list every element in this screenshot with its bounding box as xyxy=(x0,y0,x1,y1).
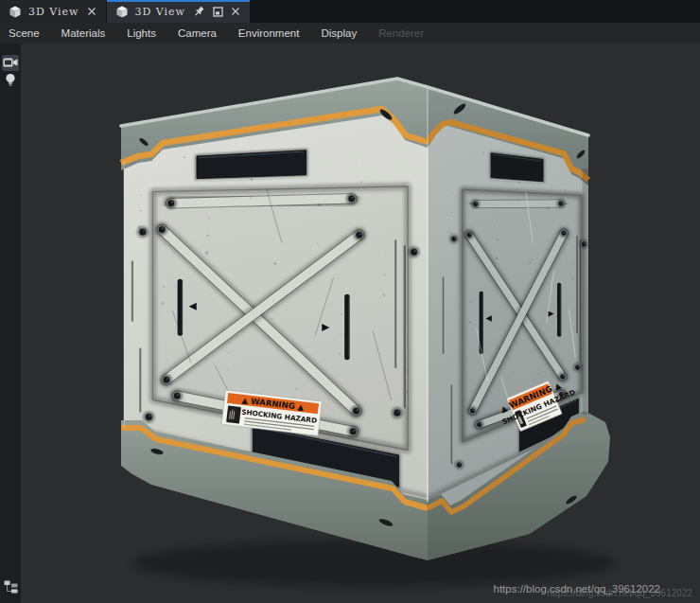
tab-3d-view-1[interactable]: 3D View xyxy=(0,0,106,23)
menu-display[interactable]: Display xyxy=(321,27,357,39)
float-window-icon[interactable] xyxy=(213,7,223,17)
camera-view-tool[interactable] xyxy=(2,55,19,71)
menu-scene[interactable]: Scene xyxy=(9,27,40,39)
cube-icon xyxy=(116,6,128,18)
tab-label: 3D View xyxy=(28,6,79,18)
lightbulb-icon xyxy=(5,73,16,92)
scene-tree-tool[interactable] xyxy=(2,580,19,596)
menu-environment[interactable]: Environment xyxy=(238,27,300,39)
application-window: 3D View 3D View Scene Materials Lights xyxy=(0,0,700,603)
tab-label: 3D View xyxy=(135,6,186,18)
tool-sidebar xyxy=(0,44,22,603)
tab-3d-view-2[interactable]: 3D View xyxy=(107,0,251,23)
close-icon[interactable] xyxy=(87,7,96,16)
menu-renderer: Renderer xyxy=(378,27,424,39)
scene-tree-icon xyxy=(4,580,18,597)
viewport-canvas[interactable]: ▲ WARNING ▲SHOCKING HAZARD▲ WARNING ▲SHO… xyxy=(21,44,700,603)
pin-icon[interactable] xyxy=(193,6,205,18)
viewport-3d[interactable]: ▲ WARNING ▲SHOCKING HAZARD▲ WARNING ▲SHO… xyxy=(21,44,700,603)
light-tool[interactable] xyxy=(2,74,19,90)
cube-icon xyxy=(9,6,21,18)
menu-materials[interactable]: Materials xyxy=(61,27,106,39)
tab-bar: 3D View 3D View xyxy=(0,0,700,23)
menu-bar: Scene Materials Lights Camera Environmen… xyxy=(0,23,700,44)
camera-icon xyxy=(3,55,18,72)
menu-lights[interactable]: Lights xyxy=(127,27,156,39)
close-icon[interactable] xyxy=(231,7,240,16)
menu-camera[interactable]: Camera xyxy=(178,27,217,39)
